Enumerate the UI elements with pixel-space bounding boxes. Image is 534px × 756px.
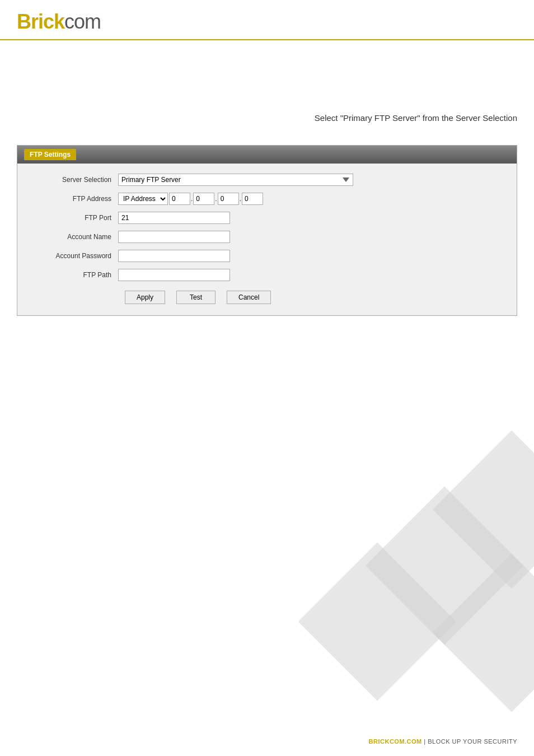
ip-octet-3[interactable] — [218, 193, 239, 205]
test-button[interactable]: Test — [176, 291, 216, 304]
account-name-label: Account Name — [29, 233, 118, 241]
ip-address-row: IP Address Domain . . . — [118, 193, 505, 205]
apply-button[interactable]: Apply — [125, 291, 165, 304]
cancel-button[interactable]: Cancel — [227, 291, 271, 304]
account-name-row: Account Name — [29, 229, 505, 245]
server-selection-row: Server Selection Primary FTP Server Seco… — [29, 172, 505, 188]
ftp-panel: FTP Settings Server Selection Primary FT… — [17, 145, 517, 316]
header: Brickcom — [0, 0, 534, 40]
ftp-path-row: FTP Path — [29, 267, 505, 283]
ftp-path-input[interactable] — [118, 269, 230, 281]
account-name-control — [118, 231, 505, 243]
ftp-port-row: FTP Port — [29, 210, 505, 226]
ip-octet-2[interactable] — [193, 193, 214, 205]
ftp-port-label: FTP Port — [29, 214, 118, 222]
server-selection-dropdown[interactable]: Primary FTP Server Secondary FTP Server — [118, 174, 353, 186]
ftp-path-control — [118, 269, 505, 281]
server-selection-label: Server Selection — [29, 176, 118, 184]
account-password-input[interactable] — [118, 250, 230, 262]
instruction-text: Select "Primary FTP Server" from the Ser… — [0, 40, 534, 145]
account-password-control — [118, 250, 505, 262]
account-password-label: Account Password — [29, 252, 118, 260]
account-name-input[interactable] — [118, 231, 230, 243]
ftp-port-control — [118, 212, 505, 224]
ftp-address-control: IP Address Domain . . . — [118, 193, 505, 205]
ftp-panel-title: FTP Settings — [24, 149, 76, 160]
ftp-port-input[interactable] — [118, 212, 230, 224]
ftp-path-label: FTP Path — [29, 271, 118, 279]
ftp-address-row: FTP Address IP Address Domain . . . — [29, 191, 505, 207]
server-selection-control: Primary FTP Server Secondary FTP Server — [118, 174, 505, 186]
footer-brand: BRICKCOM.COM — [369, 738, 422, 745]
ftp-address-label: FTP Address — [29, 195, 118, 203]
ftp-panel-body: Server Selection Primary FTP Server Seco… — [17, 164, 517, 315]
footer: BRICKCOM.COM | BLOCK UP YOUR SECURITY — [369, 738, 517, 745]
logo-bold: Brick — [17, 10, 64, 33]
ip-octet-1[interactable] — [169, 193, 190, 205]
ftp-panel-header: FTP Settings — [17, 146, 517, 164]
logo: Brickcom — [17, 10, 517, 34]
ip-type-select[interactable]: IP Address Domain — [118, 193, 168, 205]
account-password-row: Account Password — [29, 248, 505, 264]
footer-tagline: | BLOCK UP YOUR SECURITY — [422, 738, 517, 745]
logo-light: com — [64, 10, 101, 33]
decorative-container — [299, 398, 534, 722]
buttons-row: Apply Test Cancel — [125, 291, 505, 304]
ip-octet-4[interactable] — [242, 193, 263, 205]
